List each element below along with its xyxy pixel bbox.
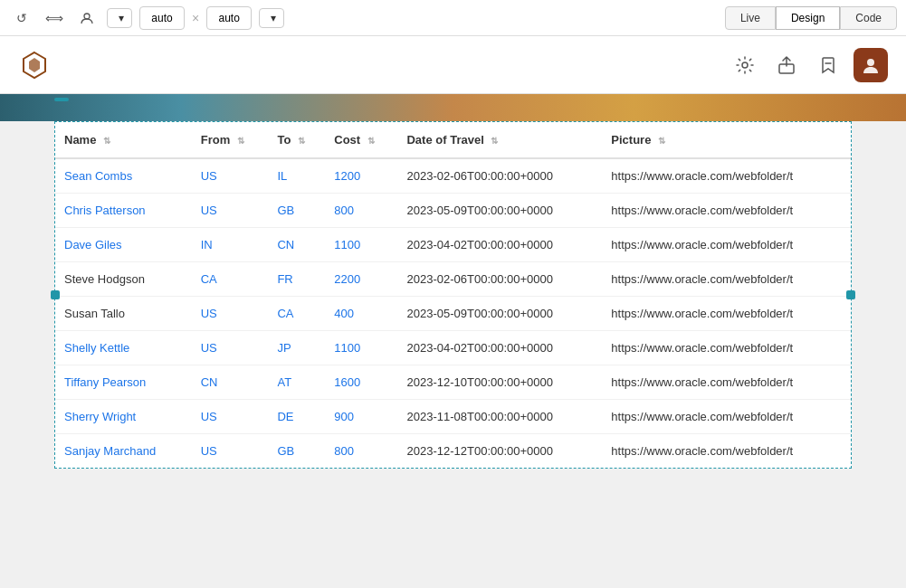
settings-button[interactable]: [729, 49, 761, 81]
svg-marker-2: [29, 58, 40, 72]
cell-to: CA: [268, 297, 325, 331]
mode-switcher: Live Design Code: [725, 6, 897, 30]
table-badge: [54, 98, 69, 101]
cell-to: GB: [268, 194, 325, 228]
cell-name: Sean Combs: [55, 158, 192, 194]
sort-icon-cost[interactable]: ⇅: [367, 136, 375, 146]
live-mode-button[interactable]: Live: [725, 6, 776, 30]
cell-name: Sanjay Marchand: [55, 434, 192, 469]
cell-name: Susan Tallo: [55, 297, 192, 331]
table-row: Sherry Wright US DE 900 2023-11-08T00:00…: [55, 400, 851, 434]
cell-to: DE: [268, 400, 325, 434]
app-header: [0, 36, 906, 94]
cell-date: 2023-11-08T00:00:00+0000: [397, 400, 602, 434]
cell-name: Chris Patterson: [55, 194, 192, 228]
toolbar: ↺ ⟺ ▾ × ▾ Live Design Code: [0, 0, 906, 36]
resize-button[interactable]: ⟺: [42, 5, 67, 31]
share-button[interactable]: [770, 49, 803, 81]
sort-icon-to[interactable]: ⇅: [298, 136, 305, 146]
cell-to: JP: [268, 331, 325, 365]
cell-cost: 400: [325, 297, 397, 331]
cell-picture: https://www.oracle.com/webfolder/t: [602, 228, 851, 262]
col-picture: Picture ⇅: [602, 122, 851, 158]
table-row: Steve Hodgson CA FR 2200 2023-02-06T00:0…: [55, 262, 851, 297]
table-row: Sanjay Marchand US GB 800 2023-12-12T00:…: [55, 434, 851, 469]
col-from: From ⇅: [192, 122, 269, 158]
cell-picture: https://www.oracle.com/webfolder/t: [602, 158, 851, 194]
resize-handle-left[interactable]: [51, 290, 60, 299]
zoom-dropdown[interactable]: ▾: [259, 8, 284, 28]
sort-icon-from[interactable]: ⇅: [237, 136, 244, 146]
data-table: Name ⇅ From ⇅ To ⇅ Cost ⇅ Date of Travel…: [55, 122, 851, 468]
sort-icon-picture[interactable]: ⇅: [658, 136, 665, 146]
cell-picture: https://www.oracle.com/webfolder/t: [602, 262, 851, 297]
table-row: Chris Patterson US GB 800 2023-05-09T00:…: [55, 194, 851, 228]
height-input[interactable]: [206, 6, 252, 30]
cell-cost: 2200: [325, 262, 397, 297]
cell-date: 2023-05-09T00:00:00+0000: [397, 297, 602, 331]
cell-date: 2023-12-12T00:00:00+0000: [397, 434, 602, 469]
cell-date: 2023-04-02T00:00:00+0000: [397, 331, 602, 365]
cell-to: FR: [268, 262, 325, 297]
fit-chevron-icon: ▾: [119, 12, 124, 24]
zoom-chevron-icon: ▾: [271, 12, 276, 24]
col-name: Name ⇅: [55, 122, 192, 158]
cell-date: 2023-12-10T00:00:00+0000: [397, 365, 602, 400]
cell-from: IN: [192, 228, 269, 262]
cell-from: US: [192, 400, 269, 434]
cell-from: CN: [192, 365, 269, 400]
fit-to-canvas-dropdown[interactable]: ▾: [107, 8, 132, 28]
undo-button[interactable]: ↺: [9, 5, 34, 31]
cell-from: US: [192, 331, 269, 365]
avatar-button[interactable]: [854, 48, 888, 82]
col-to: To ⇅: [268, 122, 325, 158]
cell-cost: 1600: [325, 365, 397, 400]
cell-from: US: [192, 194, 269, 228]
user-button[interactable]: [74, 5, 100, 31]
design-mode-button[interactable]: Design: [776, 6, 840, 30]
cell-date: 2023-05-09T00:00:00+0000: [397, 194, 602, 228]
sort-icon-date[interactable]: ⇅: [491, 136, 498, 146]
content-area: Name ⇅ From ⇅ To ⇅ Cost ⇅ Date of Travel…: [0, 121, 906, 469]
cell-to: IL: [268, 158, 325, 194]
table-container: Name ⇅ From ⇅ To ⇅ Cost ⇅ Date of Travel…: [54, 121, 852, 469]
cell-cost: 800: [325, 434, 397, 469]
cell-date: 2023-04-02T00:00:00+0000: [397, 228, 602, 262]
cell-cost: 1100: [325, 228, 397, 262]
cell-name: Steve Hodgson: [55, 262, 192, 297]
resize-handle-right[interactable]: [846, 290, 855, 299]
cell-cost: 800: [325, 194, 397, 228]
cell-cost: 1200: [325, 158, 397, 194]
cell-name: Tiffany Pearson: [55, 365, 192, 400]
app-header-icons: [729, 48, 888, 82]
bookmark-button[interactable]: [812, 49, 844, 81]
cell-date: 2023-02-06T00:00:00+0000: [397, 158, 602, 194]
cell-picture: https://www.oracle.com/webfolder/t: [602, 434, 851, 469]
cell-cost: 1100: [325, 331, 397, 365]
col-cost: Cost ⇅: [325, 122, 397, 158]
banner: [0, 94, 906, 121]
svg-point-5: [867, 59, 874, 66]
sort-icon-name[interactable]: ⇅: [103, 136, 110, 146]
cell-name: Sherry Wright: [55, 400, 192, 434]
cell-from: US: [192, 297, 269, 331]
col-date: Date of Travel ⇅: [397, 122, 602, 158]
cell-picture: https://www.oracle.com/webfolder/t: [602, 365, 851, 400]
dimension-sep: ×: [192, 11, 199, 25]
cell-date: 2023-02-06T00:00:00+0000: [397, 262, 602, 297]
svg-point-3: [742, 62, 748, 68]
app-logo: [18, 49, 51, 81]
cell-to: AT: [268, 365, 325, 400]
cell-name: Dave Giles: [55, 228, 192, 262]
code-mode-button[interactable]: Code: [840, 6, 897, 30]
table-body: Sean Combs US IL 1200 2023-02-06T00:00:0…: [55, 158, 851, 468]
table-row: Tiffany Pearson CN AT 1600 2023-12-10T00…: [55, 365, 851, 400]
cell-picture: https://www.oracle.com/webfolder/t: [602, 331, 851, 365]
cell-name: Shelly Kettle: [55, 331, 192, 365]
cell-from: US: [192, 434, 269, 469]
cell-picture: https://www.oracle.com/webfolder/t: [602, 194, 851, 228]
width-input[interactable]: [139, 6, 185, 30]
table-header: Name ⇅ From ⇅ To ⇅ Cost ⇅ Date of Travel…: [55, 122, 851, 158]
table-row: Sean Combs US IL 1200 2023-02-06T00:00:0…: [55, 158, 851, 194]
cell-to: CN: [268, 228, 325, 262]
